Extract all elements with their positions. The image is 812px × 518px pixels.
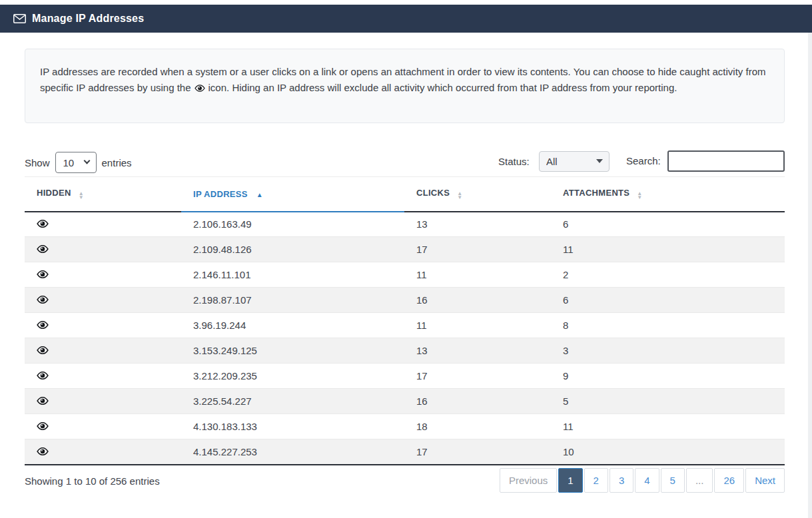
clicks-cell: 11	[404, 262, 551, 288]
clicks-cell: 17	[404, 237, 551, 262]
page-button-26[interactable]: 26	[714, 468, 744, 493]
hide-ip-button[interactable]	[37, 422, 49, 430]
search-input[interactable]	[667, 150, 785, 172]
table-controls: Show 10 entries Status: All Search:	[25, 148, 785, 176]
clicks-cell: 11	[404, 313, 551, 338]
eye-icon	[37, 245, 49, 253]
table-row: 3.212.209.235 17 9	[25, 364, 785, 389]
scrollbar[interactable]	[808, 33, 812, 518]
table-row: 4.145.227.253 17 10	[25, 439, 785, 465]
eye-icon	[195, 81, 205, 97]
hide-ip-button[interactable]	[37, 321, 49, 329]
eye-icon	[37, 296, 49, 304]
eye-icon	[37, 422, 49, 430]
status-select-wrap: All	[539, 151, 609, 172]
page-button-3[interactable]: 3	[609, 468, 633, 493]
clicks-cell: 17	[404, 364, 551, 389]
hidden-cell	[25, 338, 181, 364]
attachments-cell: 6	[551, 212, 785, 237]
hidden-cell	[25, 414, 181, 439]
sort-icon: ▲▼	[457, 192, 462, 200]
page-button-next[interactable]: Next	[745, 468, 785, 493]
sort-icon: ▲▼	[637, 192, 642, 200]
info-box: IP addresses are recorded when a system …	[25, 49, 785, 123]
hidden-cell	[25, 364, 181, 389]
envelope-icon	[13, 14, 26, 23]
hidden-cell	[25, 288, 181, 313]
column-header-clicks[interactable]: CLICKS▲▼	[404, 177, 551, 212]
table-row: 2.198.87.107 16 6	[25, 288, 785, 313]
table-row: 4.130.183.133 18 11	[25, 414, 785, 439]
page-button-5[interactable]: 5	[661, 468, 685, 493]
ip-address-table: HIDDEN▲▼IP ADDRESS▲CLICKS▲▼ATTACHMENTS▲▼…	[25, 176, 785, 465]
show-entries-select[interactable]: 10	[55, 152, 97, 173]
eye-icon	[37, 220, 49, 228]
attachments-cell: 11	[551, 414, 785, 439]
info-text-after: icon. Hiding an IP address will exclude …	[208, 82, 677, 93]
entries-summary: Showing 1 to 10 of 256 entries	[25, 475, 160, 487]
column-header-hidden[interactable]: HIDDEN▲▼	[25, 177, 181, 212]
column-label: ATTACHMENTS	[563, 188, 629, 198]
sort-ascending-icon: ▲	[256, 191, 263, 198]
page-button-dotdotdot: ...	[686, 468, 713, 493]
ip-address-cell: 4.145.227.253	[181, 439, 404, 465]
clicks-cell: 18	[404, 414, 551, 439]
attachments-cell: 3	[551, 338, 785, 364]
hide-ip-button[interactable]	[37, 447, 49, 455]
page-button-1[interactable]: 1	[558, 468, 582, 493]
table-body: 2.106.163.49 13 6 2.109.48.126 17 11 2.1…	[25, 212, 785, 465]
table-row: 2.109.48.126 17 11	[25, 237, 785, 262]
hidden-cell	[25, 262, 181, 288]
page-button-4[interactable]: 4	[635, 468, 659, 493]
ip-address-cell: 3.225.54.227	[181, 389, 404, 414]
attachments-cell: 11	[551, 237, 785, 262]
hide-ip-button[interactable]	[37, 372, 49, 380]
attachments-cell: 5	[551, 389, 785, 414]
ip-address-cell: 3.212.209.235	[181, 364, 404, 389]
column-label: IP ADDRESS	[193, 189, 248, 199]
hide-ip-button[interactable]	[37, 220, 49, 228]
hide-ip-button[interactable]	[37, 296, 49, 304]
page-title: Manage IP Addresses	[32, 13, 144, 25]
hidden-cell	[25, 313, 181, 338]
hide-ip-button[interactable]	[37, 245, 49, 253]
status-select[interactable]: All	[539, 151, 609, 172]
attachments-cell: 10	[551, 439, 785, 465]
show-entries-select-wrap: 10	[55, 152, 97, 173]
hide-ip-button[interactable]	[37, 346, 49, 354]
page-button-previous[interactable]: Previous	[500, 468, 557, 493]
column-header-ip-address[interactable]: IP ADDRESS▲	[181, 177, 404, 212]
ip-address-cell: 2.198.87.107	[181, 288, 404, 313]
eye-icon	[37, 372, 49, 380]
hidden-cell	[25, 439, 181, 465]
attachments-cell: 8	[551, 313, 785, 338]
column-label: CLICKS	[416, 188, 450, 198]
eye-icon	[37, 397, 49, 405]
clicks-cell: 16	[404, 389, 551, 414]
table-row: 3.225.54.227 16 5	[25, 389, 785, 414]
entries-label: entries	[102, 157, 132, 168]
clicks-cell: 16	[404, 288, 551, 313]
eye-icon	[37, 321, 49, 329]
table-row: 3.96.19.244 11 8	[25, 313, 785, 338]
show-entries-group: Show 10 entries	[25, 152, 132, 173]
attachments-cell: 9	[551, 364, 785, 389]
show-label: Show	[25, 157, 50, 168]
attachments-cell: 2	[551, 262, 785, 288]
search-label: Search:	[626, 155, 661, 166]
sort-icon: ▲▼	[79, 192, 84, 200]
hide-ip-button[interactable]	[37, 397, 49, 405]
hide-ip-button[interactable]	[37, 270, 49, 278]
ip-address-cell: 2.146.11.101	[181, 262, 404, 288]
eye-icon	[37, 270, 49, 278]
eye-icon	[37, 346, 49, 354]
clicks-cell: 13	[404, 338, 551, 364]
page-button-2[interactable]: 2	[584, 468, 608, 493]
column-label: HIDDEN	[37, 188, 71, 198]
ip-address-cell: 2.109.48.126	[181, 237, 404, 262]
eye-icon	[37, 447, 49, 455]
attachments-cell: 6	[551, 288, 785, 313]
column-header-attachments[interactable]: ATTACHMENTS▲▼	[551, 177, 785, 212]
clicks-cell: 13	[404, 212, 551, 237]
pagination: Previous12345...26Next	[500, 468, 785, 493]
